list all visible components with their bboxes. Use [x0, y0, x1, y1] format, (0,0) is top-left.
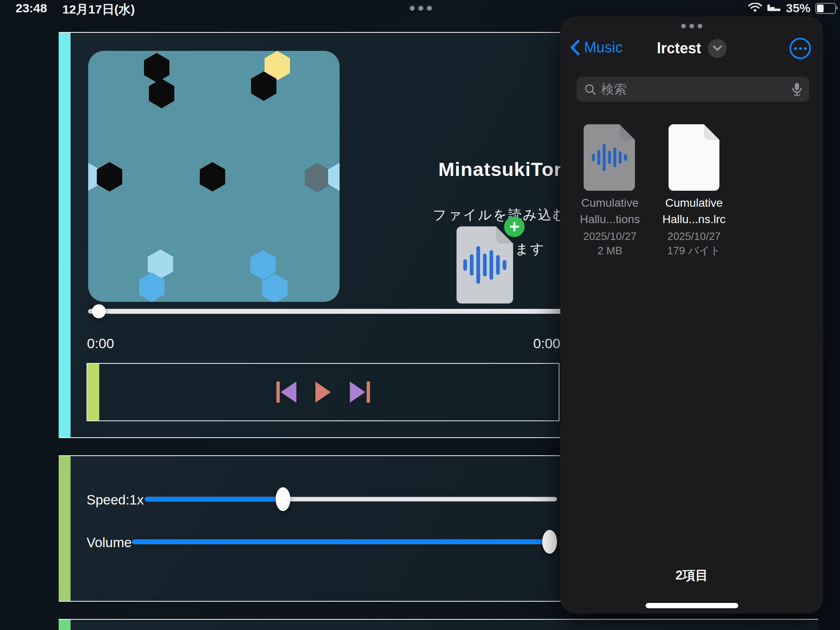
hexagon: [144, 53, 169, 82]
previous-triangle-icon: [281, 381, 297, 403]
clock: 23:48: [16, 1, 47, 15]
hexagon: [250, 250, 276, 280]
hexagon: [200, 162, 225, 192]
hexagon: [305, 163, 330, 192]
progress-thumb[interactable]: [92, 304, 106, 318]
volume-slider[interactable]: [132, 534, 556, 550]
transport-panel: [87, 363, 559, 421]
wifi-icon: [748, 3, 762, 14]
home-indicator[interactable]: [646, 603, 738, 608]
play-button[interactable]: [315, 381, 331, 403]
file-size: 2 MB: [563, 244, 657, 258]
more-options-button[interactable]: [790, 38, 811, 59]
file-item-lrc[interactable]: Cumulative Hallu...ns.lrc 2025/10/27 179…: [647, 124, 741, 258]
next-track-button[interactable]: [350, 381, 370, 403]
player-accent-bar: [59, 33, 71, 437]
lyrics-accent-bar: [59, 620, 71, 630]
battery-percent: 35%: [786, 1, 810, 15]
search-field[interactable]: 検索: [577, 77, 809, 102]
audio-waveform-icon: [592, 144, 627, 171]
play-triangle-icon: [315, 381, 331, 403]
speed-thumb[interactable]: [276, 487, 290, 511]
previous-track-button[interactable]: [276, 381, 297, 403]
folder-title: lrctest: [657, 40, 701, 57]
files-popup: Music lrctest 検索: [560, 16, 823, 614]
window-drag-handle[interactable]: [560, 24, 823, 28]
sleep-focus-icon: [767, 3, 781, 14]
search-placeholder: 検索: [601, 81, 787, 98]
volume-thumb[interactable]: [542, 530, 557, 554]
file-name: Cumulative Hallu...ns.lrc: [647, 195, 741, 228]
battery-icon: [815, 3, 836, 14]
volume-label: Volume: [87, 535, 132, 550]
file-item-audio[interactable]: Cumulative Hallu...tions 2025/10/27 2 MB: [563, 124, 657, 258]
speed-label: Speed:1x: [87, 492, 144, 508]
time-elapsed: 0:00: [87, 336, 114, 352]
hexagon: [328, 162, 340, 192]
items-count: 2項目: [560, 567, 823, 584]
time-total: 0:00: [533, 336, 559, 352]
next-triangle-icon: [350, 381, 365, 403]
file-name: Cumulative Hallu...tions: [563, 195, 657, 228]
lyrics-section: [59, 619, 818, 630]
settings-accent-bar: [59, 456, 71, 601]
album-art: [88, 51, 340, 302]
status-bar: 23:48 12月17日(水) 35%: [0, 0, 840, 16]
microphone-icon[interactable]: [792, 82, 802, 96]
add-file-plus-icon[interactable]: +: [504, 217, 525, 237]
date: 12月17日(水): [62, 1, 135, 18]
multitasking-indicator[interactable]: [410, 6, 432, 11]
previous-bar-icon: [276, 381, 280, 403]
audio-file-icon: [584, 124, 635, 191]
hexagon: [149, 79, 174, 108]
file-date: 2025/10/27: [647, 229, 741, 244]
chevron-down-icon: [713, 46, 722, 51]
folder-title-dropdown[interactable]: [708, 39, 727, 58]
next-bar-icon: [367, 381, 370, 403]
file-size: 179 バイト: [647, 244, 741, 258]
audio-waveform-icon: [463, 246, 507, 284]
hexagon: [97, 162, 122, 192]
text-file-icon: [669, 124, 719, 191]
speed-slider[interactable]: [145, 491, 557, 507]
file-date: 2025/10/27: [563, 229, 657, 244]
search-icon: [584, 83, 596, 96]
load-file-button[interactable]: +: [457, 226, 513, 304]
